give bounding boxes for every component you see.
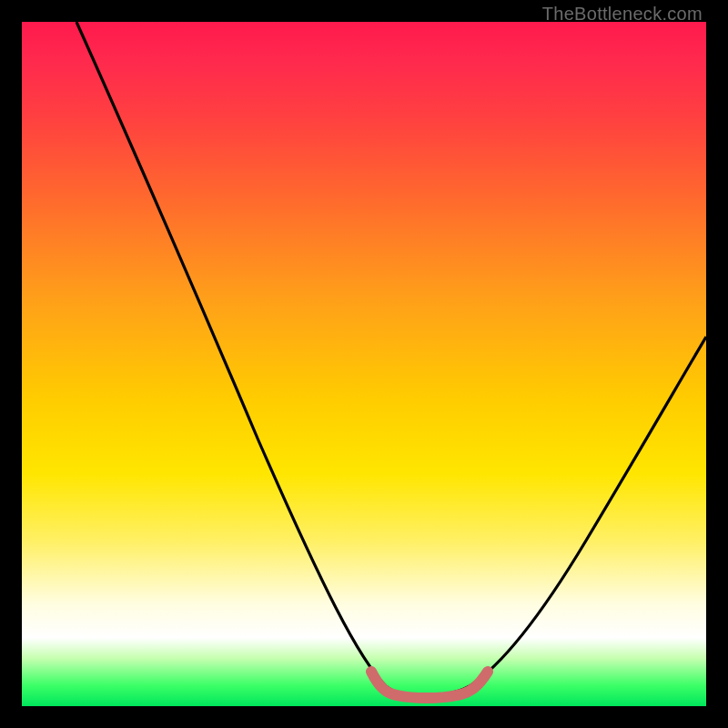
bottleneck-curve: [76, 22, 706, 695]
plot-area: [22, 22, 706, 706]
chart-frame: [22, 22, 706, 706]
optimal-highlight: [371, 672, 488, 698]
watermark-text: TheBottleneck.com: [542, 4, 703, 25]
curve-svg: [22, 22, 706, 706]
